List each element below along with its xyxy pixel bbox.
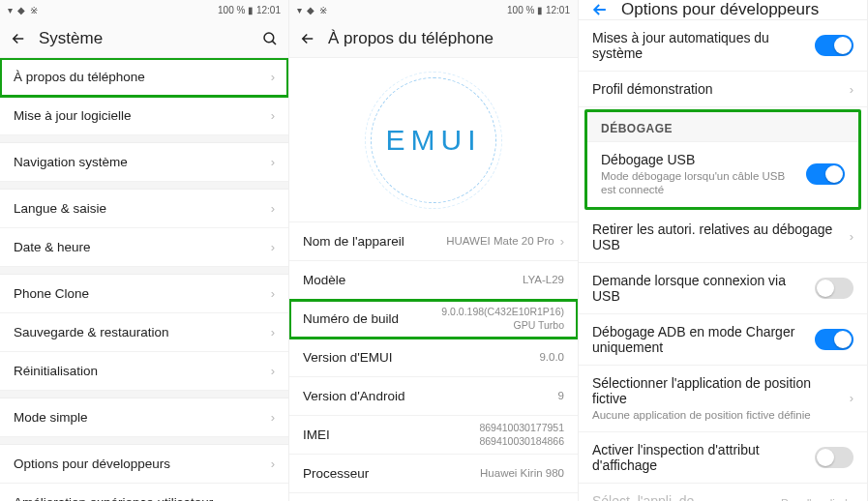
toggle-usb-debug[interactable] <box>806 163 845 185</box>
settings-list: À propos du téléphone› Mise à jour logic… <box>0 58 288 501</box>
header: À propos du téléphone <box>289 19 578 58</box>
screen-about-phone: ▾ ◆ ※ 100 % ▮ 12:01 À propos du téléphon… <box>289 0 579 501</box>
section-header-debug: DÉBOGAGE <box>587 112 858 142</box>
search-icon[interactable] <box>261 30 279 47</box>
chevron-right-icon: › <box>560 234 564 249</box>
row-ask-on-usb-connect[interactable]: Demande lorsque connexion via USB <box>579 263 867 314</box>
page-title: Options pour développeurs <box>621 0 819 19</box>
row-view-attribute-inspection[interactable]: Activer l'inspection d'attribut d'affich… <box>579 432 867 484</box>
status-icons-left: ▾ ◆ ※ <box>297 5 328 15</box>
row-developer-options[interactable]: Options pour développeurs› <box>0 445 288 484</box>
status-right: 100 % ▮ 12:01 <box>507 5 570 15</box>
status-icons-left: ▾ ◆ ※ <box>8 5 39 15</box>
chevron-right-icon: › <box>271 108 275 123</box>
chevron-right-icon: › <box>271 325 275 339</box>
back-arrow-icon[interactable] <box>590 0 610 19</box>
svg-point-0 <box>264 33 274 43</box>
chevron-right-icon: › <box>271 240 275 254</box>
row-select-debug-app: Sélect. l'appli. de débogage Pas d'appli… <box>579 484 867 501</box>
row-backup-restore[interactable]: Sauvegarde & restauration› <box>0 313 288 352</box>
chevron-right-icon: › <box>850 229 853 244</box>
chevron-right-icon: › <box>850 391 853 405</box>
chevron-right-icon: › <box>271 410 275 425</box>
list-separator <box>0 182 288 190</box>
screen-system: ▾ ◆ ※ 100 % ▮ 12:01 Système À propos du … <box>0 0 289 501</box>
row-date-time[interactable]: Date & heure› <box>0 228 288 267</box>
emui-logo-area: EMUI <box>289 58 578 222</box>
list-separator <box>0 437 288 445</box>
chevron-right-icon: › <box>271 201 275 216</box>
row-usb-debugging[interactable]: Débogage USB Mode débogage lorsqu'un câb… <box>587 142 858 207</box>
list-separator <box>0 391 288 398</box>
toggle-adb-charge[interactable] <box>815 329 853 350</box>
back-arrow-icon[interactable] <box>10 30 27 47</box>
status-bar: ▾ ◆ ※ 100 % ▮ 12:01 <box>0 0 288 19</box>
about-list: Nom de l'appareil HUAWEI Mate 20 Pro› Mo… <box>289 222 578 501</box>
row-mock-location-app[interactable]: Sélectionner l'application de position f… <box>579 366 867 432</box>
screen-developer-options: Options pour développeurs Mises à jour a… <box>579 0 868 501</box>
highlight-usb-debug-section: DÉBOGAGE Débogage USB Mode débogage lors… <box>584 109 861 210</box>
row-demo-profile[interactable]: Profil démonstration › <box>579 72 867 107</box>
chevron-right-icon: › <box>271 155 275 169</box>
row-language-input[interactable]: Langue & saisie› <box>0 190 288 228</box>
back-arrow-icon[interactable] <box>299 30 316 47</box>
row-imei: IMEI 869410030177951 869410030184866 <box>289 416 578 455</box>
header: Options pour développeurs <box>579 0 867 20</box>
row-android-version: Version d'Android 9 <box>289 377 578 416</box>
row-revoke-usb-auth[interactable]: Retirer les autori. relatives au débogag… <box>579 212 867 263</box>
row-processor: Processeur Huawei Kirin 980 <box>289 455 578 493</box>
chevron-right-icon: › <box>271 364 275 378</box>
row-user-experience[interactable]: Amélioration expérience utilisateur› <box>0 484 288 501</box>
chevron-right-icon: › <box>850 82 853 97</box>
chevron-right-icon: › <box>271 457 275 471</box>
row-phone-clone[interactable]: Phone Clone› <box>0 275 288 313</box>
row-system-navigation[interactable]: Navigation système› <box>0 143 288 182</box>
row-software-update[interactable]: Mise à jour logicielle› <box>0 97 288 135</box>
page-title: Système <box>39 29 250 48</box>
row-simple-mode[interactable]: Mode simple› <box>0 398 288 437</box>
svg-line-1 <box>272 41 276 44</box>
row-reset[interactable]: Réinitialisation› <box>0 352 288 391</box>
row-adb-charge-only[interactable]: Débogage ADB en mode Charger uniquement <box>579 314 867 366</box>
status-bar: ▾ ◆ ※ 100 % ▮ 12:01 <box>289 0 578 19</box>
toggle-auto-updates[interactable] <box>815 35 853 56</box>
toggle-view-attr[interactable] <box>815 447 853 468</box>
row-emui-version: Version d'EMUI 9.0.0 <box>289 339 578 377</box>
row-build-number[interactable]: Numéro de build 9.0.0.198(C432E10R1P16) … <box>289 300 578 339</box>
header: Système <box>0 19 288 58</box>
row-ram: Mémoire RAM 6,0 Go <box>289 493 578 501</box>
toggle-ask-usb[interactable] <box>815 278 853 299</box>
row-device-name[interactable]: Nom de l'appareil HUAWEI Mate 20 Pro› <box>289 222 578 261</box>
emui-circle: EMUI <box>371 77 496 203</box>
page-title: À propos du téléphone <box>328 29 568 48</box>
row-auto-system-updates[interactable]: Mises à jour automatiques du système <box>579 20 867 72</box>
chevron-right-icon: › <box>271 286 275 301</box>
row-model: Modèle LYA-L29 <box>289 261 578 300</box>
chevron-right-icon: › <box>271 70 275 84</box>
emui-logo-text: EMUI <box>386 124 482 157</box>
status-right: 100 % ▮ 12:01 <box>218 5 281 15</box>
list-separator <box>0 267 288 275</box>
row-about-phone[interactable]: À propos du téléphone› <box>0 58 288 97</box>
chevron-right-icon: › <box>271 495 275 501</box>
list-separator <box>0 135 288 143</box>
